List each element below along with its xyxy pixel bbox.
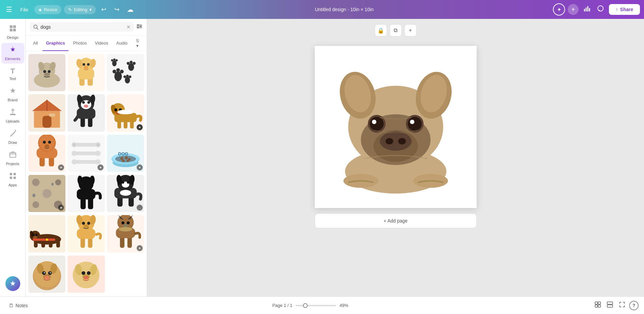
notes-button[interactable]: 🗒 Notes — [5, 301, 31, 310]
svg-rect-95 — [75, 143, 97, 147]
svg-point-83 — [114, 108, 117, 111]
svg-point-120 — [32, 201, 39, 208]
copy-button[interactable]: ⧉ — [390, 24, 402, 36]
svg-point-57 — [129, 75, 131, 78]
svg-point-53 — [133, 62, 136, 65]
svg-rect-5 — [10, 25, 12, 28]
svg-rect-8 — [13, 29, 16, 31]
svg-rect-100 — [75, 151, 97, 155]
svg-point-49 — [120, 70, 123, 73]
help-button[interactable]: ? — [629, 301, 639, 310]
canva-icon-button[interactable]: ✦ — [553, 3, 565, 16]
draw-icon — [9, 129, 17, 139]
magic-icon — [9, 280, 16, 287]
comment-button[interactable] — [595, 3, 606, 16]
list-item[interactable] — [28, 94, 65, 131]
list-item[interactable] — [67, 54, 105, 91]
share-button[interactable]: ↑ Share — [609, 4, 640, 15]
analytics-icon — [583, 5, 590, 12]
canvas-wrapper: + Add page — [315, 46, 477, 228]
undo-button[interactable]: ↩ — [99, 4, 109, 15]
tiles-view-button[interactable] — [605, 299, 615, 311]
tab-all[interactable]: All — [30, 35, 41, 51]
list-item[interactable] — [67, 215, 105, 252]
list-item[interactable]: ★ — [28, 135, 65, 172]
canvas-area: 🔒 ⧉ + — [147, 19, 644, 296]
lock-button[interactable]: 🔒 — [375, 24, 387, 36]
resize-button[interactable]: ◈ Resize — [34, 5, 61, 14]
icon-sidebar: Design Elements T Text Brand — [0, 19, 26, 296]
sidebar-item-draw[interactable]: Draw — [1, 127, 24, 147]
add-button[interactable]: + — [568, 4, 579, 15]
list-item[interactable] — [67, 256, 105, 293]
main-header: ☰ File ◈ Resize ✎ Editing ▾ ↩ ↪ ☁ Untitl… — [0, 0, 644, 19]
list-item[interactable]: ★ — [107, 94, 144, 131]
svg-point-148 — [35, 234, 38, 236]
sidebar-item-apps[interactable]: Apps — [1, 169, 24, 190]
svg-rect-7 — [10, 29, 12, 31]
svg-point-160 — [84, 225, 89, 228]
svg-point-113 — [122, 159, 124, 162]
svg-point-147 — [32, 234, 35, 236]
svg-point-199 — [372, 120, 376, 124]
search-input[interactable] — [40, 24, 124, 30]
sidebar-item-brand[interactable]: Brand — [1, 84, 24, 105]
resize-label: Resize — [44, 7, 57, 12]
sidebar-item-projects[interactable]: Projects — [1, 148, 24, 168]
list-item[interactable] — [28, 256, 65, 293]
hamburger-button[interactable]: ☰ — [4, 3, 14, 16]
add-page-button[interactable]: + Add page — [315, 213, 477, 228]
zoom-slider[interactable] — [296, 305, 336, 306]
list-item[interactable]: … — [107, 175, 144, 212]
tab-more[interactable]: S ▾ — [132, 35, 143, 51]
redo-button[interactable]: ↪ — [112, 4, 122, 15]
list-item[interactable] — [28, 54, 65, 91]
svg-point-52 — [130, 61, 133, 64]
canvas-frame[interactable] — [315, 46, 477, 208]
svg-point-177 — [44, 272, 45, 273]
svg-point-55 — [123, 75, 126, 78]
svg-point-75 — [87, 101, 90, 104]
svg-point-43 — [83, 63, 85, 66]
filter-button[interactable] — [136, 23, 143, 31]
cloud-save-button[interactable]: ☁ — [125, 3, 136, 16]
list-item[interactable]: ★ — [28, 175, 65, 212]
document-title: Untitled design - 10in × 10in — [315, 7, 373, 12]
list-item[interactable] — [28, 215, 65, 252]
svg-rect-64 — [43, 116, 51, 128]
analytics-button[interactable] — [581, 3, 592, 16]
list-item[interactable]: ★ — [107, 215, 144, 252]
list-item[interactable] — [107, 54, 144, 91]
svg-rect-11 — [10, 114, 16, 115]
sidebar-item-uploads[interactable]: Uploads — [1, 105, 24, 126]
tab-audio[interactable]: Audio — [113, 35, 131, 51]
image-grid: ★ ★ — [26, 51, 147, 296]
list-item[interactable] — [67, 94, 105, 131]
list-item[interactable]: ★ — [67, 135, 105, 172]
grid-view-button[interactable] — [593, 299, 603, 311]
tab-photos[interactable]: Photos — [70, 35, 90, 51]
sidebar-label-elements: Elements — [5, 57, 21, 61]
fullscreen-button[interactable] — [617, 299, 627, 311]
list-item[interactable]: DOG ★ — [107, 135, 144, 172]
clear-button[interactable]: ✕ — [127, 24, 131, 30]
list-item[interactable] — [67, 175, 105, 212]
design-icon — [9, 24, 17, 34]
svg-point-44 — [87, 63, 90, 66]
svg-point-117 — [32, 179, 39, 186]
editing-button[interactable]: ✎ Editing ▾ — [64, 5, 96, 14]
svg-point-86 — [117, 110, 134, 114]
text-icon: T — [10, 67, 15, 76]
sidebar-item-text[interactable]: T Text — [1, 64, 24, 83]
add-element-button[interactable]: + — [404, 24, 417, 36]
magic-button[interactable] — [5, 276, 20, 291]
sidebar-item-elements[interactable]: Elements — [1, 43, 24, 63]
svg-point-204 — [380, 132, 412, 151]
file-button[interactable]: File — [17, 5, 32, 15]
svg-rect-212 — [607, 305, 613, 307]
tab-graphics[interactable]: Graphics — [43, 35, 68, 51]
sidebar-item-design[interactable]: Design — [1, 22, 24, 42]
apps-icon — [9, 172, 17, 182]
svg-rect-16 — [13, 173, 16, 175]
tab-videos[interactable]: Videos — [91, 35, 112, 51]
